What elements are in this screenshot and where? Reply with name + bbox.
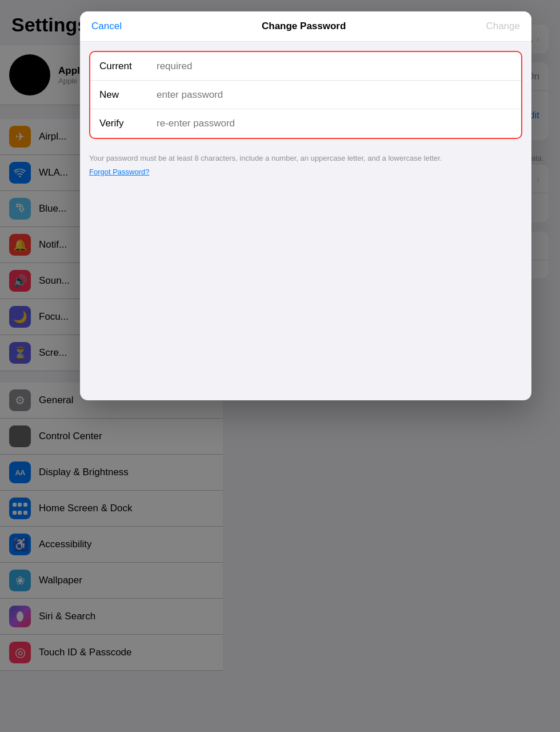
verify-password-input[interactable] bbox=[157, 118, 512, 129]
forgot-password-link[interactable]: Forgot Password? bbox=[80, 166, 531, 183]
modal-spacer bbox=[80, 183, 531, 400]
modal-title: Change Password bbox=[262, 21, 346, 32]
password-form: Current New Verify bbox=[89, 51, 522, 139]
modal-header: Cancel Change Password Change bbox=[80, 11, 531, 42]
cancel-button[interactable]: Cancel bbox=[91, 21, 122, 32]
change-password-modal: Cancel Change Password Change Current Ne… bbox=[80, 11, 531, 400]
new-password-input[interactable] bbox=[157, 89, 512, 101]
verify-password-row: Verify bbox=[90, 109, 521, 138]
password-hint: Your password must be at least 8 charact… bbox=[80, 148, 531, 166]
current-password-input[interactable] bbox=[157, 61, 512, 72]
current-label: Current bbox=[99, 61, 157, 72]
new-label: New bbox=[99, 89, 157, 101]
change-button[interactable]: Change bbox=[486, 21, 520, 32]
new-password-row: New bbox=[90, 81, 521, 109]
verify-label: Verify bbox=[99, 118, 157, 129]
current-password-row: Current bbox=[90, 52, 521, 81]
